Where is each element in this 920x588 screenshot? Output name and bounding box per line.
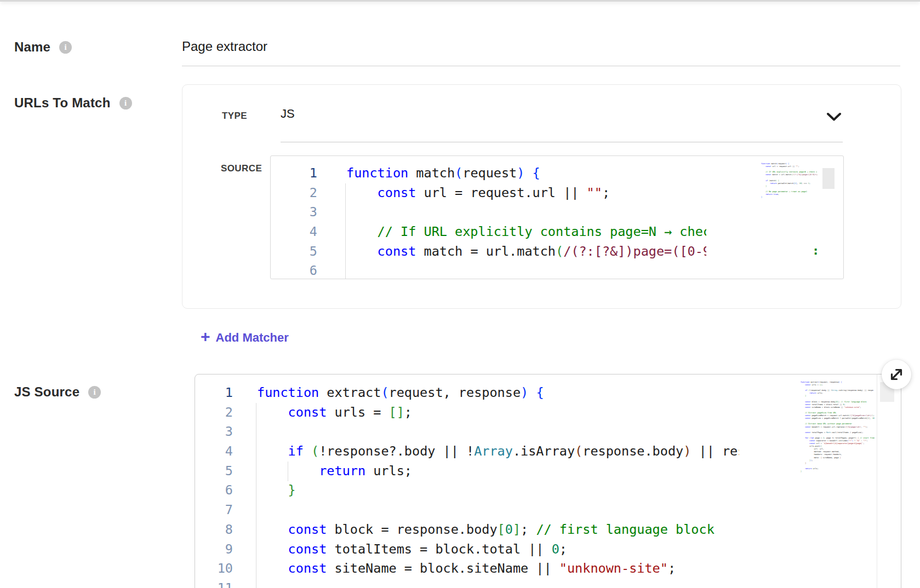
line-number: 6: [195, 481, 233, 500]
line-number: 10: [195, 559, 233, 579]
info-icon[interactable]: i: [119, 97, 132, 109]
line-number: 8: [195, 520, 233, 540]
line-number: 3: [271, 203, 317, 222]
minimap-line: const match = url.match(/(?:[?&])page=([…: [761, 174, 818, 176]
js-source-label: JS Source: [14, 384, 79, 400]
js-source-code-editor[interactable]: 1234567891011121314151617181920212223242…: [195, 374, 901, 588]
add-matcher-label: Add Matcher: [216, 331, 289, 345]
top-divider: [0, 0, 920, 2]
clipped-comment-fragment: :: [812, 241, 819, 261]
name-input-underline: [182, 66, 900, 66]
code-line: function extract(request, response) {: [257, 383, 739, 403]
urls-to-match-field-label: URLs To Match i: [14, 95, 132, 111]
line-number: 2: [271, 183, 317, 203]
info-icon[interactable]: i: [59, 41, 72, 54]
name-label: Name: [14, 39, 50, 55]
indent-guide: [256, 403, 256, 588]
line-number: 2: [195, 403, 233, 423]
add-matcher-button[interactable]: + Add Matcher: [201, 330, 289, 345]
line-number: 7: [195, 500, 233, 520]
type-select[interactable]: JS: [281, 105, 843, 129]
code-line: const url = request.url || "";: [346, 183, 706, 203]
code-line: [257, 422, 739, 442]
minimap-line: const block = response.body[0]; // first…: [801, 401, 875, 403]
matcher-code-editor[interactable]: 12345678910111213 function match(request…: [270, 155, 844, 279]
code-line: // If URL explicitly contains page=N → c…: [346, 222, 706, 242]
plus-icon: +: [201, 328, 210, 345]
minimap-line: const baseUrl = request.url.replace(/[?&…: [801, 426, 875, 429]
editor-code: function extract(request, response) { co…: [257, 374, 739, 588]
type-select-underline: [281, 142, 843, 142]
expand-icon: [888, 366, 905, 383]
expand-button[interactable]: [882, 360, 911, 389]
editor-gutter: 1234567891011121314151617181920212223242…: [195, 374, 233, 588]
line-number: 5: [271, 242, 317, 262]
editor-gutter: 12345678910111213: [271, 156, 317, 279]
minimap-line: return parseInt(match[1], 10) === 1;: [761, 182, 818, 185]
indent-guide: [288, 462, 288, 481]
chevron-down-icon[interactable]: [826, 112, 842, 122]
line-number: 6: [271, 261, 317, 279]
source-label: SOURCE: [221, 163, 262, 174]
minimap-line: const pageSize = pageSizeMatch ? parseIn…: [801, 417, 875, 420]
line-number: 4: [195, 442, 233, 462]
code-line: [257, 579, 739, 588]
code-line: function match(request) {: [346, 164, 706, 183]
line-number: 11: [195, 579, 233, 588]
code-line: const siteName = block.siteName || "unkn…: [257, 559, 739, 579]
info-icon[interactable]: i: [88, 386, 101, 399]
line-number: 1: [195, 383, 233, 403]
type-label: TYPE: [222, 111, 247, 122]
line-number: 1: [271, 164, 317, 183]
editor-minimap[interactable]: function extract(request, response) { co…: [801, 381, 875, 588]
type-select-value: JS: [281, 107, 295, 121]
editor-minimap[interactable]: function match(request) { const url = re…: [761, 163, 818, 275]
line-number: 9: [195, 540, 233, 560]
code-line: const match = url.match(/(?:[?&])page=([…: [346, 242, 706, 262]
code-line: [346, 203, 706, 222]
urls-to-match-label: URLs To Match: [14, 95, 111, 111]
code-line: }: [257, 481, 739, 500]
line-number: 4: [271, 222, 317, 242]
code-line: const totalItems = block.total || 0;: [257, 540, 739, 560]
code-line: const urls = [];: [257, 403, 739, 423]
code-line: [257, 500, 739, 520]
minimap-line: }: [801, 470, 875, 473]
settings-page: Name i Page extractor URLs To Match i TY…: [0, 0, 920, 588]
code-line: const block = response.body[0]; // first…: [257, 520, 739, 540]
editor-code: function match(request) { const url = re…: [346, 156, 706, 279]
code-line: if (!response?.body || !Array.isArray(re…: [257, 442, 739, 462]
code-line: [346, 261, 706, 279]
matcher-card: TYPE JS SOURCE 12345678910111213 functio…: [182, 84, 901, 309]
name-input[interactable]: Page extractor: [182, 39, 267, 54]
line-number: 5: [195, 462, 233, 481]
editor-scrollbar-track: [877, 374, 877, 588]
minimap-line: }: [761, 196, 818, 199]
line-number: 3: [195, 422, 233, 442]
js-source-field-label: JS Source i: [14, 384, 101, 400]
name-field-label: Name i: [14, 39, 72, 55]
code-line: return urls;: [257, 462, 739, 481]
editor-scrollbar-thumb[interactable]: [822, 168, 835, 189]
indent-guide: [345, 183, 346, 279]
